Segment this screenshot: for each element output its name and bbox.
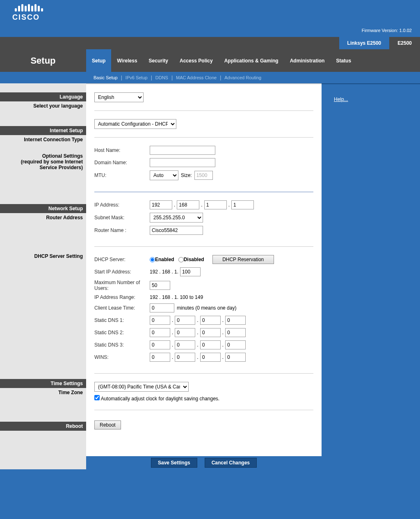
- dst-label: Automatically adjust clock for daylight …: [101, 396, 219, 402]
- page-title: Setup: [0, 49, 86, 72]
- timezone-select[interactable]: (GMT-08:00) Pacific Time (USA & Canada): [94, 382, 189, 392]
- tab-security[interactable]: Security: [143, 49, 174, 72]
- content: Language Select your language Internet S…: [0, 83, 420, 456]
- wins-label: WINS:: [94, 354, 150, 360]
- mtu-size-label: Size:: [181, 172, 192, 178]
- wins-c[interactable]: [200, 353, 221, 362]
- subnet-mask-select[interactable]: 255.255.255.0: [150, 213, 203, 223]
- tab-apps-gaming[interactable]: Applications & Gaming: [219, 49, 284, 72]
- start-ip-label: Start IP Address:: [94, 269, 150, 275]
- language-select[interactable]: English: [94, 92, 144, 102]
- dns3-c[interactable]: [200, 340, 221, 349]
- ip-octet-2[interactable]: [177, 200, 199, 209]
- dst-checkbox[interactable]: [94, 395, 100, 400]
- sub-conn-type: Internet Connection Type: [0, 135, 86, 144]
- tab-setup[interactable]: Setup: [86, 49, 111, 72]
- dns2-b[interactable]: [175, 328, 195, 337]
- model-number: E2500: [389, 37, 420, 49]
- cisco-bars-icon: [12, 4, 45, 11]
- lease-time-input[interactable]: [150, 303, 174, 312]
- host-name-input[interactable]: [150, 146, 215, 155]
- nav-row: Setup Setup Wireless Security Access Pol…: [0, 49, 420, 72]
- section-language: Language: [0, 92, 86, 101]
- mtu-size-input[interactable]: [194, 171, 213, 180]
- ip-octet-3[interactable]: [204, 200, 227, 209]
- dns2-d[interactable]: [225, 328, 246, 337]
- save-settings-button[interactable]: Save Settings: [151, 458, 197, 468]
- dhcp-enabled-radio[interactable]: [150, 257, 155, 262]
- lease-suffix: minutes (0 means one day): [177, 305, 236, 311]
- nav-tabs: Setup Wireless Security Access Policy Ap…: [86, 49, 420, 72]
- host-name-label: Host Name:: [94, 147, 150, 153]
- dns1-d[interactable]: [225, 316, 246, 325]
- ip-address-label: IP Address:: [94, 202, 150, 208]
- footer: Save Settings Cancel Changes: [0, 456, 420, 469]
- router-name-label: Router Name :: [94, 227, 150, 233]
- dhcp-enabled-label: Enabled: [155, 257, 174, 262]
- wins-a[interactable]: [150, 353, 170, 362]
- brand-text: CISCO: [12, 13, 45, 22]
- subnav-ipv6[interactable]: IPv6 Setup: [122, 75, 151, 80]
- help-link[interactable]: Help...: [334, 96, 348, 102]
- firmware-version: Firmware Version: 1.0.02: [362, 28, 412, 33]
- dhcp-disabled-label: Disabled: [184, 257, 204, 262]
- subnav-adv-routing[interactable]: Advanced Routing: [221, 75, 265, 80]
- dhcp-disabled-radio[interactable]: [178, 257, 184, 262]
- dns3-a[interactable]: [150, 340, 170, 349]
- ip-octet-1[interactable]: [150, 200, 172, 209]
- dns2-c[interactable]: [200, 328, 221, 337]
- section-network-setup: Network Setup: [0, 204, 86, 213]
- dns1-c[interactable]: [200, 316, 221, 325]
- sub-optional: Optional Settings(required by some Inter…: [0, 152, 86, 172]
- connection-type-select[interactable]: Automatic Configuration - DHCP: [94, 119, 176, 129]
- sub-router-address: Router Address: [0, 213, 86, 222]
- reboot-button[interactable]: Reboot: [94, 420, 121, 429]
- dns1-b[interactable]: [175, 316, 195, 325]
- cisco-logo: CISCO: [12, 4, 45, 22]
- start-ip-prefix: 192 . 168 . 1.: [150, 269, 178, 275]
- model-name: Linksys E2500: [339, 37, 390, 49]
- router-name-input[interactable]: [150, 226, 203, 235]
- tab-administration[interactable]: Administration: [284, 49, 331, 72]
- help-panel: Help...: [322, 83, 420, 456]
- dns2-a[interactable]: [150, 328, 170, 337]
- domain-name-input[interactable]: [150, 158, 215, 167]
- dns1-a[interactable]: [150, 316, 170, 325]
- section-reboot: Reboot: [0, 422, 86, 431]
- mtu-mode-select[interactable]: Auto: [150, 170, 178, 180]
- sub-time-zone: Time Zone: [0, 388, 86, 397]
- ip-range-label: IP Address Range:: [94, 294, 150, 300]
- dhcp-reservation-button[interactable]: DHCP Reservation: [212, 255, 274, 264]
- dns3-b[interactable]: [175, 340, 195, 349]
- max-users-input[interactable]: [150, 281, 170, 290]
- cancel-changes-button[interactable]: Cancel Changes: [205, 458, 257, 468]
- max-users-label: Maximum Number of Users:: [94, 280, 150, 291]
- subnav-mac-clone[interactable]: MAC Address Clone: [173, 75, 220, 80]
- ip-octet-4[interactable]: [231, 200, 254, 209]
- tab-access-policy[interactable]: Access Policy: [174, 49, 219, 72]
- model-bar: Linksys E2500 E2500: [0, 37, 420, 49]
- mtu-label: MTU:: [94, 172, 150, 178]
- sub-select-language: Select your language: [0, 101, 86, 110]
- subnav-ddns[interactable]: DDNS: [152, 75, 171, 80]
- tab-status[interactable]: Status: [330, 49, 357, 72]
- dns1-label: Static DNS 1:: [94, 317, 150, 323]
- section-internet-setup: Internet Setup: [0, 126, 86, 135]
- wins-d[interactable]: [225, 353, 246, 362]
- dns3-d[interactable]: [225, 340, 246, 349]
- start-ip-input[interactable]: [180, 267, 201, 276]
- sidebar: Language Select your language Internet S…: [0, 83, 86, 456]
- main-panel: English Automatic Configuration - DHCP H…: [86, 83, 322, 456]
- dns3-label: Static DNS 3:: [94, 342, 150, 348]
- sub-dhcp-server: DHCP Server Setting: [0, 252, 86, 261]
- ip-range-value: 192 . 168 . 1. 100 to 149: [150, 294, 203, 300]
- domain-name-label: Domain Name:: [94, 160, 150, 165]
- header: CISCO Firmware Version: 1.0.02: [0, 0, 420, 37]
- dns2-label: Static DNS 2:: [94, 330, 150, 335]
- subnet-mask-label: Subnet Mask:: [94, 215, 150, 220]
- lease-time-label: Client Lease Time:: [94, 305, 150, 311]
- subnav: Basic Setup | IPv6 Setup | DDNS | MAC Ad…: [0, 72, 420, 83]
- wins-b[interactable]: [175, 353, 195, 362]
- subnav-basic-setup[interactable]: Basic Setup: [90, 75, 121, 80]
- tab-wireless[interactable]: Wireless: [111, 49, 143, 72]
